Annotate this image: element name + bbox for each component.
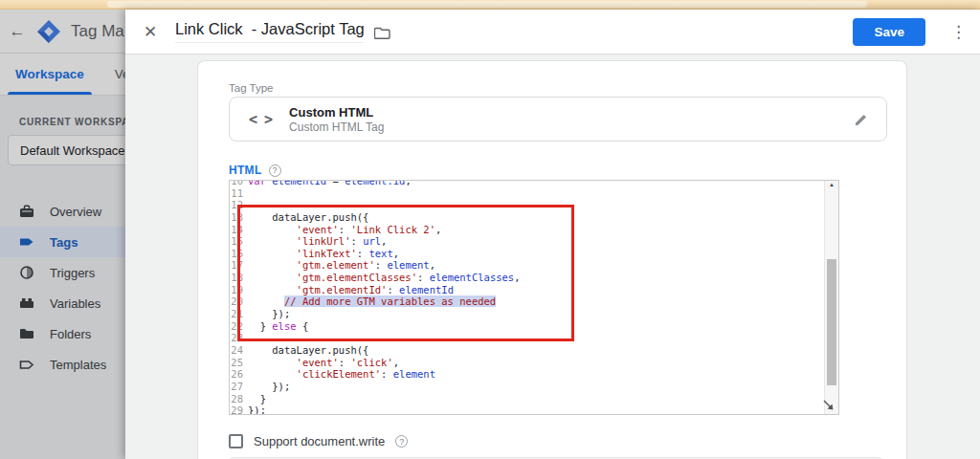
line-number: 11 — [230, 187, 248, 200]
code-line-20: 20 // Add more GTM variables as needed — [230, 295, 824, 308]
support-docwrite-checkbox[interactable] — [229, 434, 243, 448]
code-brackets-icon: < > — [230, 111, 289, 128]
line-number: 15 — [230, 235, 248, 248]
tag-type-text: Custom HTML Custom HTML Tag — [289, 104, 384, 135]
line-number: 10 — [230, 180, 248, 187]
support-docwrite-label: Support document.write — [254, 434, 385, 448]
line-number: 24 — [230, 344, 248, 357]
close-icon[interactable]: ✕ — [125, 22, 175, 42]
tag-type-description: Custom HTML Tag — [289, 120, 384, 134]
code-line-17: 17 'gtm.element': element, — [230, 259, 824, 272]
line-number: 28 — [230, 393, 248, 405]
code-line-23: 23 — [230, 332, 824, 344]
save-button[interactable]: Save — [853, 18, 925, 46]
code-line-28: 28 } — [230, 393, 824, 405]
code-text: }); — [248, 404, 266, 415]
code-line-18: 18 'gtm.elementClasses': elementClasses, — [230, 272, 824, 284]
line-number: 22 — [230, 320, 248, 333]
code-line-24: 24 dataLayer.push({ — [230, 344, 824, 357]
scroll-up-icon[interactable]: ▲ — [825, 182, 838, 187]
screen: ← Tag Ma WorkspaceVers CURRENT WORKSPACE… — [0, 0, 980, 459]
code-line-12: 12 — [230, 199, 824, 211]
code-text: dataLayer.push({ — [248, 344, 368, 357]
code-line-10: 10var elementId = element.id; — [230, 180, 824, 187]
line-number: 27 — [230, 381, 248, 393]
code-line-25: 25 'event': 'click', — [230, 357, 824, 369]
html-help-icon[interactable]: ? — [269, 164, 281, 177]
code-text: 'linkUrl': url, — [248, 235, 387, 248]
line-number: 21 — [230, 308, 248, 320]
code-line-21: 21 }); — [230, 308, 824, 320]
code-text: 'gtm.elementClasses': elementClasses, — [248, 272, 521, 284]
code-line-16: 16 'linkText': text, — [230, 248, 824, 260]
tag-config-card: Tag Type < > Custom HTML Custom HTML Tag… — [197, 60, 907, 459]
line-number: 20 — [230, 295, 248, 308]
code-text: // Add more GTM variables as needed — [248, 295, 496, 308]
code-text: }); — [248, 381, 290, 393]
code-line-13: 13 dataLayer.push({ — [230, 211, 824, 224]
tag-type-label: Tag Type — [229, 82, 273, 94]
code-text: }); — [248, 308, 290, 320]
edit-pencil-icon[interactable] — [854, 112, 869, 127]
scrollbar-thumb[interactable] — [827, 259, 836, 385]
editor-scrollbar[interactable]: ▲ — [824, 181, 838, 414]
code-text: var elementId = element.id; — [248, 180, 412, 187]
code-text: 'gtm.elementId': elementId — [248, 284, 454, 296]
line-number: 23 — [230, 332, 248, 344]
support-docwrite-row: Support document.write ? — [229, 434, 408, 448]
code-line-27: 27 }); — [230, 381, 824, 393]
code-text: 'gtm.element': element, — [248, 259, 435, 272]
html-field-header: HTML ? — [229, 164, 281, 177]
code-line-11: 11 — [230, 187, 824, 200]
code-text: 'event': 'click', — [248, 357, 399, 369]
code-line-15: 15 'linkUrl': url, — [230, 235, 824, 248]
code-text: } — [248, 393, 266, 405]
folder-icon[interactable] — [374, 26, 390, 40]
line-number: 13 — [230, 211, 248, 224]
tag-type-name: Custom HTML — [289, 104, 384, 121]
code-area[interactable]: 10var elementId = element.id;111213 data… — [230, 180, 824, 415]
code-line-26: 26 'clickElement': element — [230, 368, 824, 381]
line-number: 16 — [230, 248, 248, 260]
line-number: 17 — [230, 259, 248, 272]
browser-address-bar — [107, 1, 867, 8]
line-number: 26 — [230, 368, 248, 381]
kebab-menu-icon[interactable]: ⋮ — [950, 24, 967, 40]
line-number: 29 — [230, 404, 248, 415]
html-field-label: HTML — [229, 164, 262, 177]
editor-resize-handle-icon[interactable] — [822, 399, 835, 412]
line-number: 12 — [230, 199, 248, 211]
docwrite-help-icon[interactable]: ? — [395, 435, 408, 448]
code-line-29: 29}); — [230, 404, 824, 415]
code-text: dataLayer.push({ — [248, 211, 368, 224]
modal-dim-overlay — [0, 10, 125, 459]
code-line-22: 22 } else { — [230, 320, 824, 333]
line-number: 18 — [230, 272, 248, 284]
code-text: 'clickElement': element — [248, 368, 435, 381]
tag-editor-dialog: ✕ Link Click - JavaScript Tag Save ⋮ Tag… — [125, 10, 980, 459]
code-text: 'linkText': text, — [248, 248, 399, 260]
tag-type-selector[interactable]: < > Custom HTML Custom HTML Tag — [229, 97, 887, 142]
code-line-14: 14 'event': 'Link Click 2', — [230, 224, 824, 236]
dialog-header: ✕ Link Click - JavaScript Tag Save ⋮ — [125, 10, 980, 55]
browser-chrome-strip — [0, 0, 980, 10]
code-text: } else { — [248, 320, 308, 333]
line-number: 25 — [230, 357, 248, 369]
line-number: 19 — [230, 284, 248, 296]
line-number: 14 — [230, 224, 248, 236]
tag-name-field[interactable]: Link Click - JavaScript Tag — [175, 20, 365, 43]
html-code-editor[interactable]: 10var elementId = element.id;111213 data… — [229, 180, 839, 415]
code-text: 'event': 'Link Click 2', — [248, 224, 441, 236]
code-line-19: 19 'gtm.elementId': elementId — [230, 284, 824, 296]
